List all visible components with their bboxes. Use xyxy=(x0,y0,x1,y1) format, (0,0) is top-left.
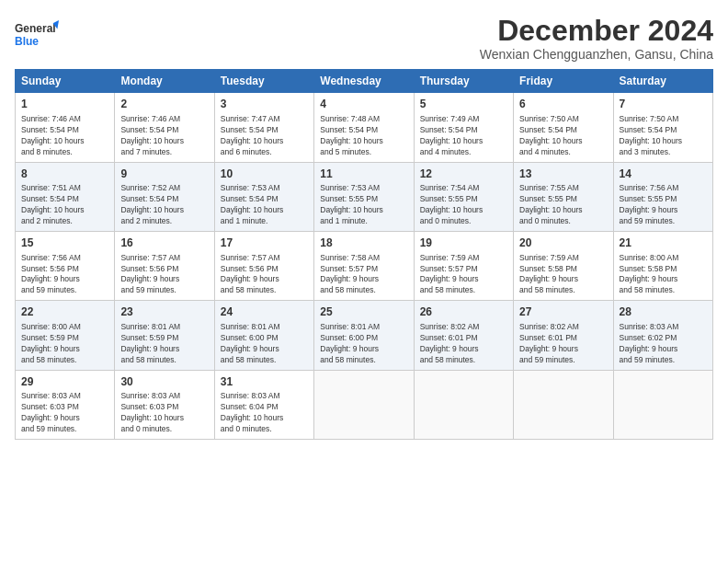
calendar-cell: 30Sunrise: 8:03 AM Sunset: 6:03 PM Dayli… xyxy=(115,370,214,439)
day-info: Sunrise: 8:03 AM Sunset: 6:04 PM Dayligh… xyxy=(221,391,308,435)
calendar-cell: 17Sunrise: 7:57 AM Sunset: 5:56 PM Dayli… xyxy=(214,231,313,300)
calendar-cell: 6Sunrise: 7:50 AM Sunset: 5:54 PM Daylig… xyxy=(514,93,613,162)
calendar-cell xyxy=(514,370,613,439)
day-number: 15 xyxy=(21,236,108,251)
header-row: General Blue December 2024 Wenxian Cheng… xyxy=(15,15,713,62)
month-title: December 2024 xyxy=(480,15,713,47)
calendar-cell: 26Sunrise: 8:02 AM Sunset: 6:01 PM Dayli… xyxy=(414,301,513,370)
calendar-cell: 15Sunrise: 7:56 AM Sunset: 5:56 PM Dayli… xyxy=(16,231,115,300)
day-info: Sunrise: 8:00 AM Sunset: 5:59 PM Dayligh… xyxy=(21,322,108,366)
day-info: Sunrise: 8:03 AM Sunset: 6:03 PM Dayligh… xyxy=(21,391,108,435)
calendar-cell: 25Sunrise: 8:01 AM Sunset: 6:00 PM Dayli… xyxy=(314,301,414,370)
column-header-monday: Monday xyxy=(115,70,214,93)
calendar-cell: 23Sunrise: 8:01 AM Sunset: 5:59 PM Dayli… xyxy=(115,301,214,370)
column-header-wednesday: Wednesday xyxy=(314,70,414,93)
day-info: Sunrise: 8:01 AM Sunset: 6:00 PM Dayligh… xyxy=(320,322,407,366)
subtitle: Wenxian Chengguanzhen, Gansu, China xyxy=(480,47,713,62)
day-info: Sunrise: 7:56 AM Sunset: 5:55 PM Dayligh… xyxy=(620,183,707,227)
day-number: 13 xyxy=(519,167,607,182)
day-number: 24 xyxy=(221,304,308,320)
day-number: 29 xyxy=(21,374,108,390)
day-info: Sunrise: 7:57 AM Sunset: 5:56 PM Dayligh… xyxy=(120,253,208,297)
day-number: 31 xyxy=(221,374,308,390)
calendar-table: SundayMondayTuesdayWednesdayThursdayFrid… xyxy=(15,69,713,440)
calendar-cell: 20Sunrise: 7:59 AM Sunset: 5:58 PM Dayli… xyxy=(514,231,613,300)
calendar-cell: 4Sunrise: 7:48 AM Sunset: 5:54 PM Daylig… xyxy=(314,93,414,162)
day-number: 3 xyxy=(221,97,308,112)
day-info: Sunrise: 7:58 AM Sunset: 5:57 PM Dayligh… xyxy=(320,253,407,297)
day-info: Sunrise: 7:51 AM Sunset: 5:54 PM Dayligh… xyxy=(21,183,108,227)
day-info: Sunrise: 7:55 AM Sunset: 5:55 PM Dayligh… xyxy=(519,183,607,227)
calendar-cell: 13Sunrise: 7:55 AM Sunset: 5:55 PM Dayli… xyxy=(514,162,613,231)
day-number: 20 xyxy=(519,236,607,251)
day-number: 27 xyxy=(519,304,607,320)
calendar-cell: 10Sunrise: 7:53 AM Sunset: 5:54 PM Dayli… xyxy=(214,162,313,231)
column-header-friday: Friday xyxy=(514,70,613,93)
day-info: Sunrise: 8:00 AM Sunset: 5:58 PM Dayligh… xyxy=(620,253,707,297)
logo-icon: General Blue xyxy=(15,15,59,55)
day-info: Sunrise: 7:53 AM Sunset: 5:55 PM Dayligh… xyxy=(320,183,407,227)
day-info: Sunrise: 7:50 AM Sunset: 5:54 PM Dayligh… xyxy=(519,114,607,158)
calendar-cell: 9Sunrise: 7:52 AM Sunset: 5:54 PM Daylig… xyxy=(115,162,214,231)
day-info: Sunrise: 8:01 AM Sunset: 6:00 PM Dayligh… xyxy=(221,322,308,366)
calendar-cell: 1Sunrise: 7:46 AM Sunset: 5:54 PM Daylig… xyxy=(16,93,115,162)
calendar-cell: 11Sunrise: 7:53 AM Sunset: 5:55 PM Dayli… xyxy=(314,162,414,231)
calendar-cell: 16Sunrise: 7:57 AM Sunset: 5:56 PM Dayli… xyxy=(115,231,214,300)
day-number: 21 xyxy=(620,236,707,251)
day-number: 11 xyxy=(320,167,407,182)
calendar-cell: 29Sunrise: 8:03 AM Sunset: 6:03 PM Dayli… xyxy=(16,370,115,439)
day-number: 14 xyxy=(620,167,707,182)
day-info: Sunrise: 7:59 AM Sunset: 5:58 PM Dayligh… xyxy=(519,253,607,297)
calendar-cell: 8Sunrise: 7:51 AM Sunset: 5:54 PM Daylig… xyxy=(16,162,115,231)
column-header-sunday: Sunday xyxy=(16,70,115,93)
day-info: Sunrise: 8:03 AM Sunset: 6:03 PM Dayligh… xyxy=(120,391,208,435)
day-number: 17 xyxy=(221,236,308,251)
column-header-saturday: Saturday xyxy=(613,70,712,93)
day-number: 25 xyxy=(320,304,407,320)
logo: General Blue xyxy=(15,15,59,55)
day-info: Sunrise: 7:46 AM Sunset: 5:54 PM Dayligh… xyxy=(21,114,108,158)
day-number: 16 xyxy=(120,236,208,251)
day-info: Sunrise: 7:56 AM Sunset: 5:56 PM Dayligh… xyxy=(21,253,108,297)
calendar-cell: 14Sunrise: 7:56 AM Sunset: 5:55 PM Dayli… xyxy=(613,162,712,231)
day-info: Sunrise: 7:50 AM Sunset: 5:54 PM Dayligh… xyxy=(620,114,707,158)
day-number: 23 xyxy=(120,304,208,320)
calendar-cell: 7Sunrise: 7:50 AM Sunset: 5:54 PM Daylig… xyxy=(613,93,712,162)
day-number: 12 xyxy=(420,167,507,182)
day-info: Sunrise: 7:49 AM Sunset: 5:54 PM Dayligh… xyxy=(420,114,507,158)
day-number: 10 xyxy=(221,167,308,182)
calendar-container: General Blue December 2024 Wenxian Cheng… xyxy=(0,0,728,449)
calendar-cell: 21Sunrise: 8:00 AM Sunset: 5:58 PM Dayli… xyxy=(613,231,712,300)
calendar-cell: 2Sunrise: 7:46 AM Sunset: 5:54 PM Daylig… xyxy=(115,93,214,162)
column-header-tuesday: Tuesday xyxy=(214,70,313,93)
day-info: Sunrise: 7:59 AM Sunset: 5:57 PM Dayligh… xyxy=(420,253,507,297)
day-number: 7 xyxy=(620,97,707,112)
day-info: Sunrise: 7:46 AM Sunset: 5:54 PM Dayligh… xyxy=(120,114,208,158)
day-number: 9 xyxy=(120,167,208,182)
day-info: Sunrise: 8:02 AM Sunset: 6:01 PM Dayligh… xyxy=(519,322,607,366)
day-number: 26 xyxy=(420,304,507,320)
svg-text:General: General xyxy=(15,22,56,35)
day-number: 30 xyxy=(120,374,208,390)
svg-text:Blue: Blue xyxy=(15,35,39,48)
calendar-cell: 5Sunrise: 7:49 AM Sunset: 5:54 PM Daylig… xyxy=(414,93,513,162)
day-info: Sunrise: 7:48 AM Sunset: 5:54 PM Dayligh… xyxy=(320,114,407,158)
calendar-cell: 19Sunrise: 7:59 AM Sunset: 5:57 PM Dayli… xyxy=(414,231,513,300)
day-number: 6 xyxy=(519,97,607,112)
calendar-cell: 12Sunrise: 7:54 AM Sunset: 5:55 PM Dayli… xyxy=(414,162,513,231)
day-number: 2 xyxy=(120,97,208,112)
day-info: Sunrise: 7:52 AM Sunset: 5:54 PM Dayligh… xyxy=(120,183,208,227)
day-info: Sunrise: 7:54 AM Sunset: 5:55 PM Dayligh… xyxy=(420,183,507,227)
day-info: Sunrise: 8:02 AM Sunset: 6:01 PM Dayligh… xyxy=(420,322,507,366)
calendar-cell: 28Sunrise: 8:03 AM Sunset: 6:02 PM Dayli… xyxy=(613,301,712,370)
day-number: 19 xyxy=(420,236,507,251)
day-info: Sunrise: 7:47 AM Sunset: 5:54 PM Dayligh… xyxy=(221,114,308,158)
day-number: 1 xyxy=(21,97,108,112)
day-info: Sunrise: 7:53 AM Sunset: 5:54 PM Dayligh… xyxy=(221,183,308,227)
day-info: Sunrise: 8:03 AM Sunset: 6:02 PM Dayligh… xyxy=(620,322,707,366)
day-number: 4 xyxy=(320,97,407,112)
calendar-cell xyxy=(314,370,414,439)
calendar-cell xyxy=(613,370,712,439)
calendar-cell: 24Sunrise: 8:01 AM Sunset: 6:00 PM Dayli… xyxy=(214,301,313,370)
calendar-cell: 22Sunrise: 8:00 AM Sunset: 5:59 PM Dayli… xyxy=(16,301,115,370)
